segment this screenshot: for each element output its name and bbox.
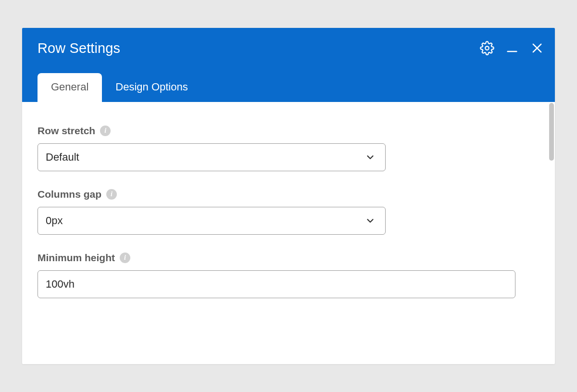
field-label: Columns gap i [38,189,539,200]
chevron-down-icon [365,215,376,226]
row-settings-modal: Row Settings [22,28,555,364]
minimum-height-input[interactable] [38,270,515,298]
select-value: Default [46,151,79,164]
header-top: Row Settings [38,37,545,60]
info-icon[interactable]: i [120,253,130,263]
label-text: Minimum height [38,252,115,264]
columns-gap-select[interactable]: 0px [38,207,386,235]
minimize-icon [505,41,519,55]
label-text: Columns gap [38,189,101,200]
field-columns-gap: Columns gap i 0px [38,189,539,235]
tab-label: General [51,81,88,93]
field-label: Minimum height i [38,252,539,264]
modal-body-wrap: Row stretch i Default Columns gap i 0px [22,102,555,364]
gear-icon [480,41,494,55]
field-label: Row stretch i [38,125,539,137]
svg-point-0 [485,46,489,50]
modal-body: Row stretch i Default Columns gap i 0px [22,102,555,364]
info-icon[interactable]: i [100,126,111,136]
modal-title: Row Settings [38,40,120,56]
tab-design-options[interactable]: Design Options [102,73,201,102]
chevron-down-icon [365,152,376,163]
modal-header: Row Settings [22,28,555,102]
header-actions [479,40,545,56]
row-stretch-select[interactable]: Default [38,143,386,171]
tab-label: Design Options [115,81,188,93]
close-button[interactable] [529,40,545,56]
info-icon[interactable]: i [106,189,117,200]
label-text: Row stretch [38,125,95,137]
tab-general[interactable]: General [38,73,102,102]
minimize-button[interactable] [504,40,520,56]
scrollbar-thumb[interactable] [549,103,554,161]
tabs: General Design Options [38,73,545,102]
select-value: 0px [46,215,63,227]
field-minimum-height: Minimum height i [38,252,539,298]
settings-button[interactable] [479,40,495,56]
close-icon [530,41,544,55]
field-row-stretch: Row stretch i Default [38,125,539,171]
